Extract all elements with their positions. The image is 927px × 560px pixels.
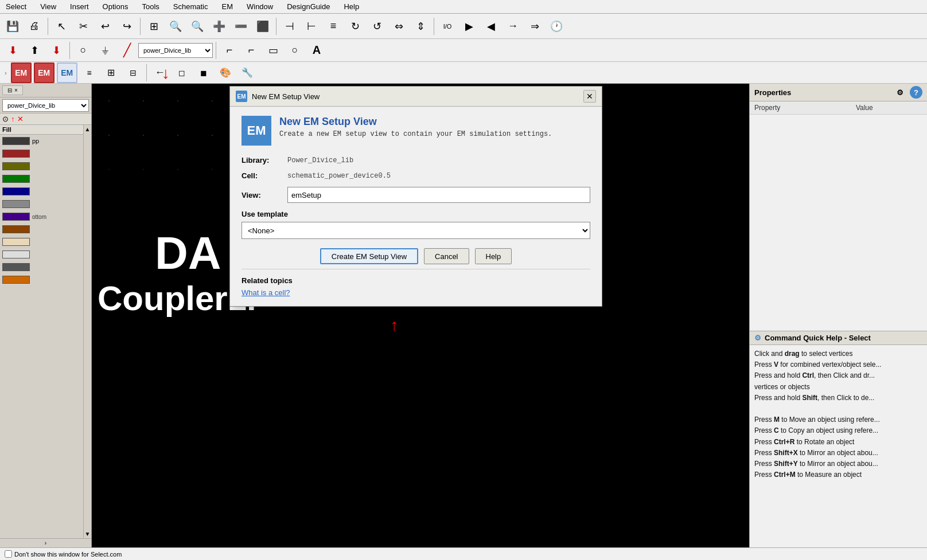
clock-button[interactable]: 🕐 [546, 16, 567, 37]
rotate-cw-button[interactable]: ↻ [345, 16, 365, 37]
list-item[interactable] [0, 223, 83, 236]
view-input[interactable] [287, 187, 590, 203]
component-button[interactable]: ⬇ [46, 40, 67, 61]
pop-up-button[interactable]: ⬆ [24, 40, 45, 61]
cancel-button[interactable]: Cancel [424, 248, 469, 264]
bend1-button[interactable]: ⌐ [219, 40, 240, 61]
ground-button[interactable]: ⏚ [95, 40, 115, 61]
io-button[interactable]: I/O [437, 16, 458, 37]
layer-color-swatch [2, 175, 30, 183]
what-is-cell-link[interactable]: What is a cell? [242, 288, 290, 297]
layer-color-swatch [2, 213, 30, 221]
layer-icon2[interactable]: ↑ [11, 115, 15, 123]
layer-icon3[interactable]: ✕ [17, 115, 24, 123]
left-panel: ⊟ × power_Divice_lib ⊙ ↑ ✕ Fill pp [0, 84, 92, 547]
arrow-left-button[interactable]: ← [150, 62, 170, 83]
list-item[interactable]: pp [0, 135, 83, 147]
print-button[interactable]: 🖨 [24, 16, 45, 37]
save-button[interactable]: 💾 [2, 16, 23, 37]
separator7 [146, 64, 147, 81]
grid-toggle-button[interactable]: ⊞ [143, 16, 164, 37]
drawing-mode-select[interactable]: power_Divice_lib [138, 43, 213, 58]
text-button[interactable]: A [306, 40, 327, 61]
zoom-out2-button[interactable]: ➖ [231, 16, 251, 37]
menu-schematic[interactable]: Schematic [170, 1, 212, 12]
list-item[interactable]: ottom [0, 210, 83, 223]
mirror-y-button[interactable]: ⇕ [410, 16, 431, 37]
push-down-button[interactable]: ⬇ [2, 40, 23, 61]
list-item[interactable] [0, 248, 83, 261]
circle2-button[interactable]: ○ [285, 40, 305, 61]
help-icon-btn[interactable]: ? [910, 86, 922, 99]
port1-button[interactable]: ◀ [481, 16, 501, 37]
scroll-up-arrow[interactable]: ▲ [84, 125, 91, 134]
list-item[interactable] [0, 261, 83, 273]
wire-h-button[interactable]: ⊣ [279, 16, 300, 37]
bend2-button[interactable]: ⌐ [241, 40, 262, 61]
layers-button[interactable]: ≡ [79, 62, 100, 83]
em-red1-button[interactable]: EM [11, 62, 32, 83]
menu-options[interactable]: Options [99, 1, 132, 12]
component2-button[interactable]: 🔧 [237, 62, 258, 83]
cut-button[interactable]: ✂ [73, 16, 94, 37]
help-button[interactable]: Help [475, 248, 512, 264]
separator2 [140, 18, 141, 35]
snap-button[interactable]: ⊞ [101, 62, 122, 83]
bus-button[interactable]: ≡ [323, 16, 344, 37]
list-item[interactable] [0, 147, 83, 160]
menu-window[interactable]: Window [243, 1, 276, 12]
layer-icon1[interactable]: ⊙ [2, 115, 9, 123]
pin-button[interactable]: ▶ [459, 16, 480, 37]
gear-icon-btn[interactable]: ⚙ [894, 86, 906, 99]
menu-select[interactable]: Select [2, 1, 30, 12]
arrow-right2-button[interactable]: ⇒ [524, 16, 545, 37]
menu-em[interactable]: EM [218, 1, 236, 12]
panel-tab[interactable]: ⊟ × [2, 85, 23, 95]
grid2-button[interactable]: ⊟ [123, 62, 143, 83]
arrow-right-button[interactable]: → [503, 16, 523, 37]
list-item[interactable] [0, 198, 83, 210]
template-select[interactable]: <None> [242, 222, 590, 239]
list-item[interactable] [0, 160, 83, 173]
mirror-x-button[interactable]: ⇔ [388, 16, 409, 37]
undo-button[interactable]: ↩ [95, 16, 115, 37]
list-item[interactable] [0, 185, 83, 198]
list-item[interactable] [0, 236, 83, 248]
dont-show-checkbox[interactable] [5, 550, 12, 558]
zoom-box-button[interactable]: ⬛ [252, 16, 273, 37]
layer-scrollbar[interactable]: ▲ ▼ [83, 125, 91, 538]
menu-tools[interactable]: Tools [138, 1, 162, 12]
em-red2-button[interactable]: EM [34, 62, 54, 83]
wire-add-button[interactable]: ⊢ [301, 16, 322, 37]
rotate-ccw-button[interactable]: ↺ [367, 16, 387, 37]
dont-show-checkbox-label[interactable]: Don't show this window for Select.com [5, 550, 122, 558]
list-item[interactable] [0, 273, 83, 286]
dialog-close-button[interactable]: ✕ [583, 90, 596, 103]
list-item[interactable] [0, 173, 83, 185]
cursor-button[interactable]: ↖ [51, 16, 72, 37]
lib-selector-dropdown[interactable]: power_Divice_lib [2, 99, 89, 112]
properties-table: Property Value [750, 101, 927, 115]
menu-insert[interactable]: Insert [67, 1, 92, 12]
zoom-in2-button[interactable]: ➕ [209, 16, 229, 37]
zoom-fit-button[interactable]: 🔍 [165, 16, 186, 37]
circle-op-button[interactable]: ○ [73, 40, 94, 61]
menu-designguide[interactable]: DesignGuide [283, 1, 333, 12]
menu-help[interactable]: Help [340, 1, 363, 12]
redo-button[interactable]: ↪ [116, 16, 137, 37]
view3d1-button[interactable]: ◻ [172, 62, 192, 83]
layer-color-swatch [2, 187, 30, 195]
lib-selector-row: power_Divice_lib [0, 97, 91, 113]
layer-name-ottom: ottom [32, 214, 46, 220]
em-blue-button[interactable]: EM [57, 62, 77, 83]
create-em-setup-button[interactable]: Create EM Setup View [320, 248, 418, 264]
scroll-right-arrow[interactable]: › [45, 540, 46, 546]
scroll-down-arrow[interactable]: ▼ [84, 530, 91, 538]
zoom-in-button[interactable]: 🔍 [187, 16, 208, 37]
colormap-button[interactable]: 🎨 [215, 62, 236, 83]
svg-text:EM: EM [237, 93, 246, 100]
rect-button[interactable]: ▭ [263, 40, 283, 61]
line-draw-button[interactable]: ╱ [116, 40, 137, 61]
menu-view[interactable]: View [37, 1, 60, 12]
view3d2-button[interactable]: ◼ [193, 62, 214, 83]
